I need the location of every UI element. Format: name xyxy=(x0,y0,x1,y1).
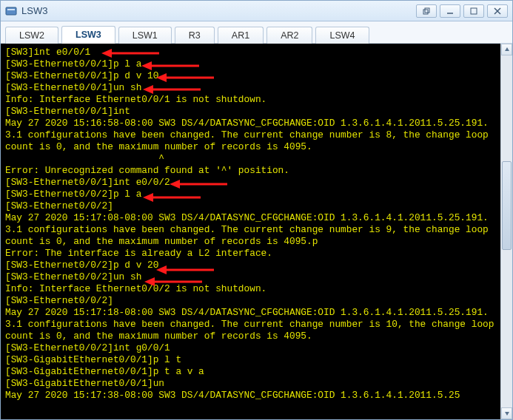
tabbar: LSW2LSW3LSW1R3AR1AR2LSW4 xyxy=(1,21,512,44)
terminal-line: [SW3-GigabitEthernet0/0/1]p t a v a xyxy=(5,366,496,378)
terminal-line: [SW3-Ethernet0/0/1]p d v 10 xyxy=(5,70,496,82)
popout-button[interactable] xyxy=(416,4,437,18)
svg-rect-3 xyxy=(425,8,429,13)
terminal-line: Error: Unrecognized command found at '^'… xyxy=(5,165,496,177)
terminal-line: [SW3-Ethernet0/0/1]un sh xyxy=(5,82,496,94)
scroll-down-button[interactable] xyxy=(501,407,512,419)
svg-rect-5 xyxy=(471,8,477,14)
terminal-pane: [SW3]int e0/0/1[SW3-Ethernet0/0/1]p l a[… xyxy=(1,44,512,419)
terminal-line: May 27 2020 15:17:08-08:00 SW3 DS/4/DATA… xyxy=(5,212,496,248)
terminal-line: [SW3-Ethernet0/0/2]p d v 20 xyxy=(5,260,496,271)
titlebar: LSW3 xyxy=(1,1,512,21)
tab-ar2[interactable]: AR2 xyxy=(266,27,312,44)
minimize-button[interactable] xyxy=(440,4,460,18)
svg-rect-1 xyxy=(7,9,15,10)
terminal-line: [SW3-GigabitEthernet0/0/1]un xyxy=(5,378,496,390)
terminal-line: May 27 2020 15:16:58-08:00 SW3 DS/4/DATA… xyxy=(5,118,496,153)
window-title: LSW3 xyxy=(21,5,47,16)
app-window: LSW3 LSW2LSW3LSW1R3AR1AR2LSW4 [SW3]int e… xyxy=(0,0,513,420)
terminal-line: Info: Interface Ethernet0/0/2 is not shu… xyxy=(5,283,496,295)
scroll-track[interactable] xyxy=(501,55,512,407)
terminal-line: ^ xyxy=(5,153,496,165)
tab-lsw4[interactable]: LSW4 xyxy=(315,27,369,44)
close-button[interactable] xyxy=(487,4,508,18)
terminal-line: [SW3-GigabitEthernet0/0/1]p l t xyxy=(5,354,496,366)
tab-lsw3[interactable]: LSW3 xyxy=(61,26,115,44)
terminal-line: [SW3-Ethernet0/0/1]int e0/0/2 xyxy=(5,177,496,189)
tab-r3[interactable]: R3 xyxy=(175,27,215,44)
svg-rect-2 xyxy=(423,10,428,14)
scroll-up-button[interactable] xyxy=(501,44,512,55)
terminal-output[interactable]: [SW3]int e0/0/1[SW3-Ethernet0/0/1]p l a[… xyxy=(1,44,500,419)
tab-lsw1[interactable]: LSW1 xyxy=(118,27,172,44)
tab-ar1[interactable]: AR1 xyxy=(218,27,264,44)
svg-marker-8 xyxy=(505,47,509,51)
terminal-line: Error: The interface is already a L2 int… xyxy=(5,248,496,260)
terminal-line: [SW3-Ethernet0/0/2]un sh xyxy=(5,271,496,283)
terminal-line: May 27 2020 15:17:18-08:00 SW3 DS/4/DATA… xyxy=(5,307,496,342)
svg-rect-0 xyxy=(6,7,16,15)
terminal-line: [SW3-Ethernet0/0/2] xyxy=(5,200,496,212)
scroll-thumb[interactable] xyxy=(502,161,512,250)
svg-marker-9 xyxy=(505,412,509,416)
tab-lsw2[interactable]: LSW2 xyxy=(5,27,58,44)
scrollbar[interactable] xyxy=(500,44,512,419)
terminal-line: Info: Interface Ethernet0/0/1 is not shu… xyxy=(5,94,496,106)
terminal-line: [SW3-Ethernet0/0/2]int g0/0/1 xyxy=(5,342,496,354)
terminal-line: [SW3-Ethernet0/0/2]p l a xyxy=(5,189,496,200)
app-icon xyxy=(5,5,17,17)
terminal-line: [SW3-Ethernet0/0/1]int xyxy=(5,106,496,118)
terminal-line: [SW3]int e0/0/1 xyxy=(5,47,496,58)
terminal-line: [SW3-Ethernet0/0/2] xyxy=(5,295,496,307)
terminal-line: May 27 2020 15:17:38-08:00 SW3 DS/4/DATA… xyxy=(5,390,496,402)
maximize-button[interactable] xyxy=(463,4,484,18)
terminal-line: [SW3-Ethernet0/0/1]p l a xyxy=(5,58,496,70)
